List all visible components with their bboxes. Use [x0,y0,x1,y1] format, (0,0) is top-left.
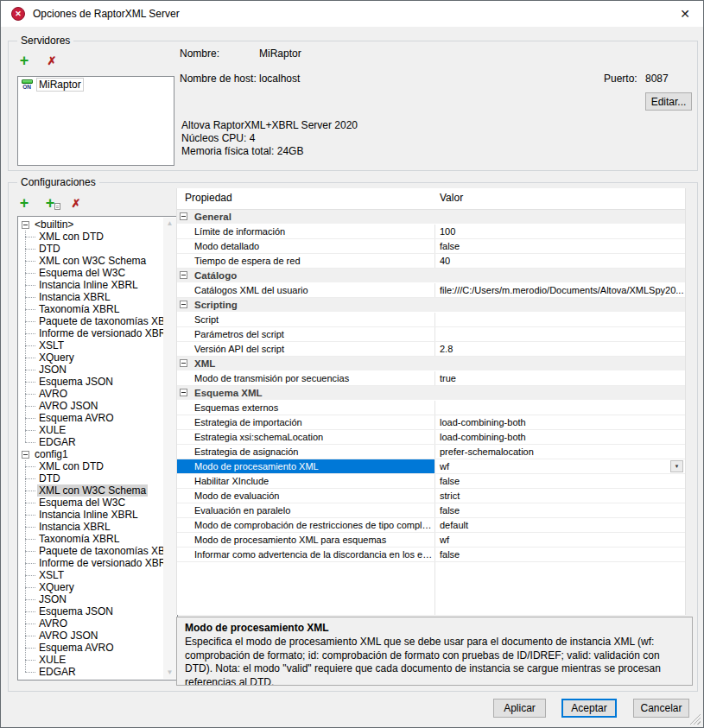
tree-item[interactable]: XSLT [20,339,177,351]
scroll-up-icon[interactable]: ▲ [163,218,176,230]
delete-server-button[interactable]: ✗ [45,54,59,67]
accept-button[interactable]: Aceptar [561,699,617,718]
grid-prop-row[interactable]: Estrategia de asignaciónprefer-schemaloc… [177,445,685,459]
edit-button[interactable]: Editar... [645,92,692,111]
tree-item[interactable]: Instancia Inline XBRL [20,279,177,291]
tree-item[interactable]: Taxonomía XBRL [20,303,177,315]
grid-group-row[interactable]: Catálogo [177,269,685,283]
tree-item[interactable]: XML con DTD [20,460,177,472]
tree-item[interactable]: Instancia XBRL [20,521,177,533]
tree-item[interactable]: EDGAR [20,436,177,448]
collapse-expander-icon[interactable] [22,451,29,459]
tree-item[interactable]: Instancia Inline XBRL [20,509,177,521]
server-list-item[interactable]: ON MiRaptor [18,77,174,92]
tree-item[interactable]: XULE [20,424,177,436]
tree-item[interactable]: EDGAR [20,666,177,678]
grid-prop-row[interactable]: Estrategia xsi:schemaLocationload-combin… [177,430,685,445]
add-config-button[interactable]: + [17,196,31,210]
tree-scrollbar[interactable]: ▲ ▼ [163,218,176,679]
configurations-group: Configuraciones + + ✗ ▲ ▼ <builtin>XML c… [8,182,698,692]
grid-prop-row[interactable]: Estrategia de importaciónload-combining-… [177,415,685,430]
collapse-expander-icon[interactable] [180,271,187,279]
tree-item[interactable]: JSON [20,593,177,605]
apply-button[interactable]: Aplicar [493,699,546,718]
grid-prop-row[interactable]: Modo de comprobación de restricciones de… [177,518,685,533]
tree-item[interactable]: AVRO JSON [20,400,177,412]
close-icon[interactable]: ✕ [677,7,693,21]
tree-item[interactable]: XQuery [20,581,177,593]
prop-name: Estrategia xsi:schemaLocation [177,430,434,444]
grid-prop-row[interactable]: Modo de evaluaciónstrict [177,489,685,503]
prop-value [434,327,685,341]
prop-value: wf [434,459,685,473]
collapse-expander-icon[interactable] [180,301,187,308]
tree-item[interactable]: Paquete de taxonomías XBRL [20,545,177,557]
property-grid: Propiedad Valor GeneralLímite de informa… [176,188,686,615]
collapse-expander-icon[interactable] [22,221,29,229]
server-listbox[interactable]: ON MiRaptor [17,76,174,166]
tree-item[interactable]: AVRO [20,388,177,400]
prop-value: strict [434,489,685,503]
scroll-down-icon[interactable]: ▼ [163,667,176,679]
grid-prop-row[interactable]: Habilitar XIncludefalse [177,474,685,489]
tree-item[interactable]: Instancia XBRL [20,291,177,303]
tree-item[interactable]: Esquema JSON [20,605,177,617]
grid-group-row[interactable]: XML [177,357,685,371]
tree-item-label: Informe de versionado XBRL [37,557,174,569]
config-tree[interactable]: ▲ ▼ <builtin>XML con DTDDTDXML con W3C S… [17,216,178,681]
grid-group-row[interactable]: Esquema XML [177,386,685,401]
tree-item[interactable]: Esquema JSON [20,376,177,388]
delete-config-button[interactable]: ✗ [69,196,83,210]
add-config-copy-button[interactable]: + [43,196,57,210]
tree-item[interactable]: XML con W3C Schema [20,255,177,267]
grid-prop-row[interactable]: Informar como advertencia de la discorda… [177,548,685,562]
prop-value [434,401,685,415]
resize-grip[interactable] [689,713,701,725]
tree-item[interactable]: XML con DTD [20,231,177,243]
tree-item-label: XSLT [37,339,66,351]
tree-connector [25,491,35,491]
add-server-button[interactable]: + [17,54,31,67]
grid-group-row[interactable]: General [177,210,685,225]
grid-prop-row[interactable]: Modo detalladofalse [177,239,685,254]
tree-item[interactable]: AVRO [20,617,177,630]
grid-prop-row[interactable]: Versión API del script2.8 [177,342,685,357]
grid-prop-row[interactable]: Modo de transmisión por secuenciastrue [177,371,685,386]
collapse-expander-icon[interactable] [180,212,187,220]
tree-item[interactable]: AVRO JSON [20,630,177,642]
tree-item[interactable]: Esquema del W3C [20,267,177,279]
tree-root-item[interactable]: <builtin> [20,218,177,231]
tree-item[interactable]: XULE [20,654,177,666]
grid-prop-row[interactable]: Modo de procesamiento XML para esquemasw… [177,533,685,548]
grid-group-row[interactable]: Scripting [177,298,685,313]
tree-item[interactable]: Informe de versionado XBRL [20,327,177,339]
dropdown-arrow-icon[interactable]: ▼ [670,460,683,472]
tree-item[interactable]: DTD [20,243,177,255]
cancel-button[interactable]: Cancelar [633,699,689,718]
grid-prop-row[interactable]: Límite de información100 [177,225,685,239]
grid-prop-row[interactable]: Esquemas externos [177,401,685,415]
raptorxml-logo-icon: ✕ [11,7,25,21]
grid-prop-row[interactable]: Catálogos XML del usuariofile:///C:/User… [177,283,685,298]
tree-root-item[interactable]: config1 [20,448,177,460]
tree-item[interactable]: DTD [20,472,177,484]
grid-prop-row[interactable]: Evaluación en paralelofalse [177,503,685,518]
tree-item[interactable]: Paquete de taxonomías XBRL [20,315,177,327]
tree-item[interactable]: XML con W3C Schema [20,484,177,497]
tree-item-label: Esquema AVRO [37,412,115,424]
tree-item[interactable]: XSLT [20,569,177,581]
tree-item[interactable]: XQuery [20,351,177,364]
tree-item[interactable]: Informe de versionado XBRL [20,557,177,569]
tree-item[interactable]: Esquema AVRO [20,642,177,654]
grid-prop-row[interactable]: Script [177,313,685,327]
tree-connector [25,430,35,431]
tree-item[interactable]: Esquema del W3C [20,497,177,509]
tree-item[interactable]: JSON [20,364,177,376]
collapse-expander-icon[interactable] [180,389,187,396]
tree-item[interactable]: Esquema AVRO [20,412,177,424]
grid-prop-row[interactable]: Tiempo de espera de red40 [177,254,685,269]
collapse-expander-icon[interactable] [180,359,187,367]
grid-prop-row[interactable]: Modo de procesamiento XMLwf▼ [177,459,685,474]
grid-prop-row[interactable]: Parámetros del script [177,327,685,342]
tree-item[interactable]: Taxonomía XBRL [20,533,177,545]
